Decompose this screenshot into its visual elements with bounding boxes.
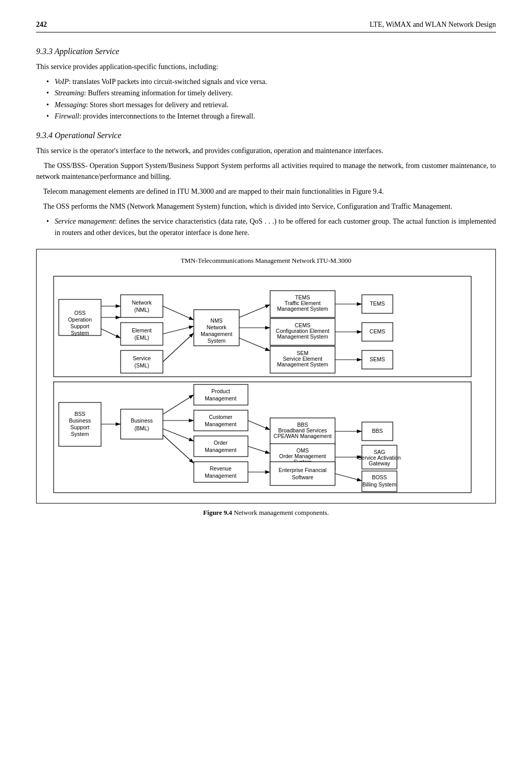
bullet-text: : Buffers streaming information for time… <box>84 89 232 97</box>
bullet-label: VoIP <box>55 78 69 86</box>
svg-text:TEMS: TEMS <box>370 300 385 307</box>
page: 242 LTE, WiMAX and WLAN Network Design 9… <box>0 0 532 773</box>
svg-text:Management System: Management System <box>277 306 328 312</box>
svg-text:Support: Support <box>71 323 90 329</box>
svg-rect-1 <box>54 276 471 377</box>
list-item: Streaming: Buffers streaming information… <box>46 88 496 99</box>
svg-text:CPE/WAN Management: CPE/WAN Management <box>274 433 332 439</box>
bullet-text: : defines the service characteristics (d… <box>55 217 496 237</box>
svg-line-61 <box>163 395 194 414</box>
svg-line-71 <box>248 421 270 430</box>
section-934-heading: 9.3.4 Operational Service <box>36 131 496 140</box>
svg-text:Business: Business <box>131 417 153 424</box>
svg-text:Management: Management <box>201 331 232 337</box>
svg-text:System: System <box>71 431 89 437</box>
svg-line-30 <box>239 338 270 351</box>
svg-line-75 <box>248 446 270 453</box>
svg-rect-58 <box>121 409 163 439</box>
svg-text:CEMS: CEMS <box>370 328 385 334</box>
bullet-label: Service management <box>55 217 115 225</box>
svg-text:Revenue: Revenue <box>210 465 231 472</box>
svg-text:Network: Network <box>132 299 152 306</box>
list-item: VoIP: translates VoIP packets into circu… <box>46 76 496 88</box>
svg-line-99 <box>335 474 362 481</box>
section-934-para4: The OSS performs the NMS (Network Manage… <box>36 201 496 212</box>
svg-line-28 <box>239 305 270 317</box>
svg-text:Management System: Management System <box>277 333 328 340</box>
bullet-label: Streaming <box>55 89 84 97</box>
svg-line-10 <box>101 329 121 338</box>
svg-line-21 <box>163 326 194 334</box>
bullet-text: : translates VoIP packets into circuit-s… <box>69 78 267 86</box>
svg-text:Management: Management <box>205 421 236 427</box>
svg-text:Software: Software <box>292 474 313 480</box>
svg-line-22 <box>163 333 194 362</box>
svg-text:Management: Management <box>205 473 236 479</box>
diagram-title: TMN-Telecommunications Management Networ… <box>42 257 490 265</box>
svg-text:(EML): (EML) <box>135 334 149 341</box>
figure-caption: Figure 9.4 Network management components… <box>36 509 496 517</box>
section-934-para1: This service is the operator's interface… <box>36 145 496 156</box>
svg-text:Enterprise Financial: Enterprise Financial <box>279 467 327 473</box>
svg-text:Network: Network <box>207 324 227 330</box>
svg-text:BSS: BSS <box>74 411 85 417</box>
svg-text:(SML): (SML) <box>135 362 149 368</box>
svg-text:NMS: NMS <box>210 317 222 324</box>
svg-text:Management System: Management System <box>277 361 328 367</box>
list-item: Messaging: Stores short messages for del… <box>46 99 496 111</box>
bullet-text: : Stores short messages for delivery and… <box>86 101 229 109</box>
svg-text:Customer: Customer <box>209 414 232 420</box>
figure-caption-bold: Figure 9.4 <box>203 509 232 516</box>
bullet-list-934: Service management: defines the service … <box>46 216 496 239</box>
page-number: 242 <box>36 21 47 29</box>
svg-text:Business: Business <box>69 417 91 424</box>
section-933-intro: This service provides application-specif… <box>36 61 496 72</box>
section-933-heading: 9.3.3 Application Service <box>36 47 496 56</box>
section-933: 9.3.3 Application Service This service p… <box>36 47 496 123</box>
figure-container: TMN-Telecommunications Management Networ… <box>36 249 496 503</box>
page-title: LTE, WiMAX and WLAN Network Design <box>370 21 496 29</box>
figure-caption-text: Network management components. <box>232 509 329 516</box>
svg-text:(NML): (NML) <box>134 307 149 313</box>
section-934: 9.3.4 Operational Service This service i… <box>36 131 496 239</box>
svg-text:Management: Management <box>205 447 236 453</box>
diagram-svg: .box { fill: #fff; stroke: #000; stroke-… <box>49 271 483 498</box>
svg-text:Order: Order <box>214 440 228 446</box>
svg-text:System: System <box>207 338 225 344</box>
svg-text:Support: Support <box>71 424 90 430</box>
svg-text:(BML): (BML) <box>135 425 149 431</box>
bullet-text: : provides interconnections to the Inter… <box>79 112 255 120</box>
svg-text:BBS: BBS <box>372 428 383 434</box>
section-934-para3: Telecom management elements are defined … <box>36 186 496 197</box>
page-header: 242 LTE, WiMAX and WLAN Network Design <box>36 21 496 32</box>
svg-text:Service: Service <box>132 355 151 361</box>
svg-text:Management: Management <box>205 395 236 401</box>
svg-text:System: System <box>71 330 89 336</box>
svg-text:Billing System: Billing System <box>362 481 396 488</box>
bullet-label: Firewall <box>55 112 79 120</box>
svg-text:Product: Product <box>211 388 230 394</box>
bullet-list-933: VoIP: translates VoIP packets into circu… <box>46 76 496 123</box>
svg-text:Gateway: Gateway <box>369 460 390 466</box>
bullet-label: Messaging <box>55 101 86 109</box>
svg-text:SEMS: SEMS <box>370 356 385 362</box>
svg-text:BOSS: BOSS <box>372 474 387 480</box>
svg-text:OSS: OSS <box>74 310 86 316</box>
svg-text:Element: Element <box>132 327 152 333</box>
list-item: Firewall: provides interconnections to t… <box>46 111 496 122</box>
list-item: Service management: defines the service … <box>46 216 496 239</box>
section-934-para2: The OSS/BSS- Operation Support System/Bu… <box>36 160 496 182</box>
svg-rect-2 <box>54 382 471 493</box>
svg-line-20 <box>163 306 194 320</box>
svg-text:Operation: Operation <box>68 316 92 323</box>
